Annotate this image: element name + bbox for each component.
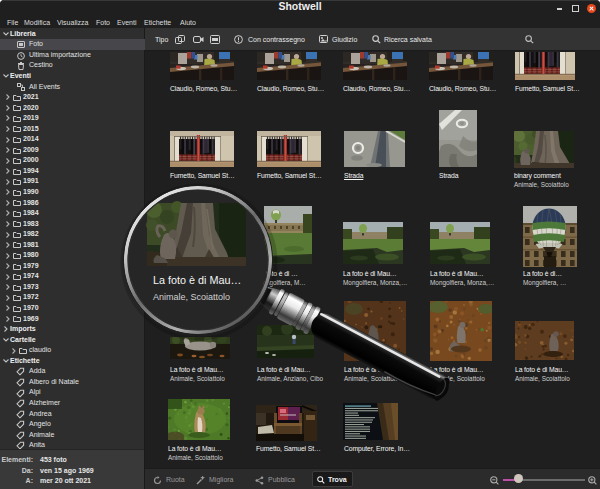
svg-text:La foto è di Mau…: La foto è di Mau…	[153, 274, 241, 286]
svg-text:Animale, Scoiattolo: Animale, Scoiattolo	[153, 292, 230, 302]
